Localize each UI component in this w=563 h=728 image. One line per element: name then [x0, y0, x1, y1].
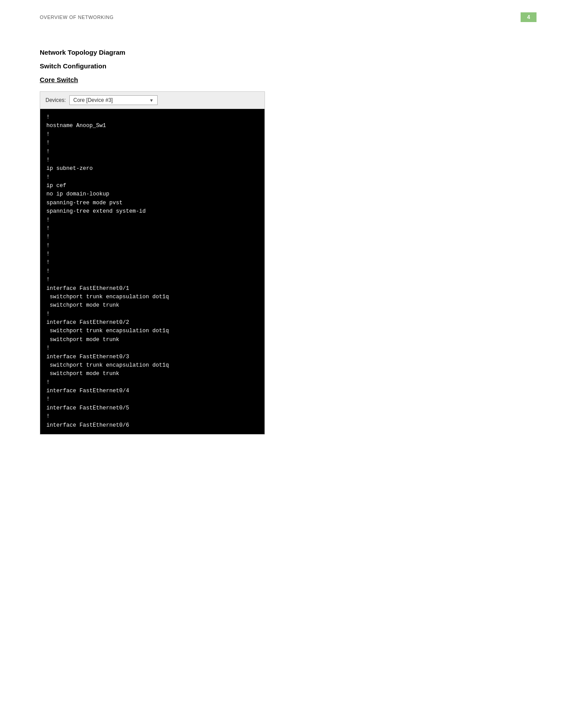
devices-label: Devices:	[45, 97, 66, 103]
chevron-down-icon: ▼	[149, 98, 154, 103]
section-switch-config: Switch Configuration	[40, 62, 523, 70]
header-title: OVERVIEW OF NETWORKING	[40, 15, 113, 20]
device-panel: Devices: Core [Device #3] ▼ ! hostname A…	[40, 91, 265, 435]
section-core-switch: Core Switch	[40, 76, 523, 83]
page-content: Network Topology Diagram Switch Configur…	[0, 22, 563, 461]
device-dropdown[interactable]: Core [Device #3] ▼	[69, 95, 158, 105]
device-toolbar: Devices: Core [Device #3] ▼	[40, 92, 264, 109]
page-number: 4	[521, 12, 537, 22]
terminal-screen: ! hostname Anoop_Sw1 ! ! ! ! ip subnet-z…	[40, 109, 264, 434]
device-dropdown-value: Core [Device #3]	[73, 97, 113, 103]
section-main-title: Network Topology Diagram	[40, 49, 523, 56]
page-header: OVERVIEW OF NETWORKING 4	[0, 0, 563, 22]
